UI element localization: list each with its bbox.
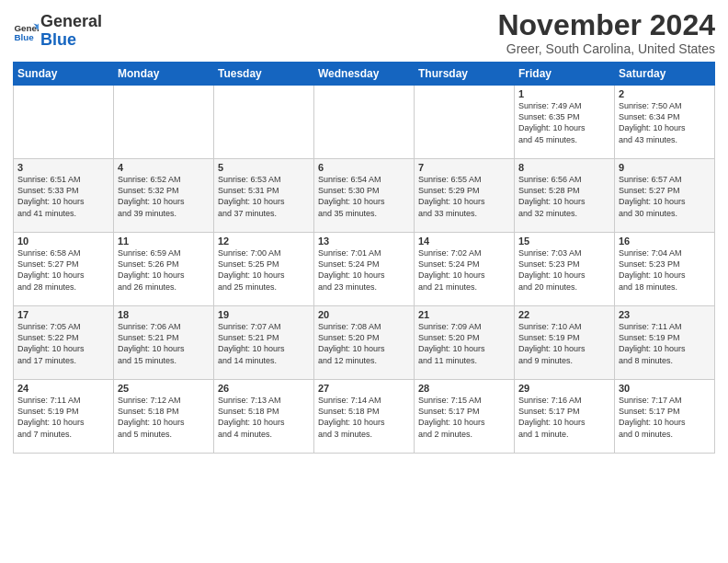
day-cell: 21Sunrise: 7:09 AM Sunset: 5:20 PM Dayli… [415,306,515,380]
day-number: 28 [418,383,510,394]
day-cell: 13Sunrise: 7:01 AM Sunset: 5:24 PM Dayli… [314,233,415,306]
day-cell: 9Sunrise: 6:57 AM Sunset: 5:27 PM Daylig… [615,159,715,233]
col-thursday: Thursday [415,63,515,86]
week-row-4: 17Sunrise: 7:05 AM Sunset: 5:22 PM Dayli… [14,306,715,380]
day-cell: 18Sunrise: 7:06 AM Sunset: 5:21 PM Dayli… [114,306,214,380]
week-row-5: 24Sunrise: 7:11 AM Sunset: 5:19 PM Dayli… [14,380,715,454]
day-cell: 5Sunrise: 6:53 AM Sunset: 5:31 PM Daylig… [214,159,314,233]
day-cell: 28Sunrise: 7:15 AM Sunset: 5:17 PM Dayli… [415,380,515,454]
day-number: 14 [418,236,510,247]
day-cell: 22Sunrise: 7:10 AM Sunset: 5:19 PM Dayli… [515,306,615,380]
col-monday: Monday [114,63,214,86]
day-info: Sunrise: 7:05 AM Sunset: 5:22 PM Dayligh… [17,321,109,366]
day-cell: 27Sunrise: 7:14 AM Sunset: 5:18 PM Dayli… [314,380,415,454]
month-title: November 2024 [497,9,715,41]
header: General Blue General Blue November 2024 … [13,9,715,56]
day-number: 15 [518,236,610,247]
day-info: Sunrise: 6:58 AM Sunset: 5:27 PM Dayligh… [17,247,109,293]
calendar-header-row: Sunday Monday Tuesday Wednesday Thursday… [14,63,715,86]
col-wednesday: Wednesday [314,63,415,86]
day-number: 16 [619,236,711,247]
day-info: Sunrise: 7:14 AM Sunset: 5:18 PM Dayligh… [318,395,410,440]
logo-text: General Blue [40,13,102,50]
col-tuesday: Tuesday [214,63,314,86]
day-number: 27 [318,383,410,394]
day-number: 24 [17,383,109,394]
day-cell: 23Sunrise: 7:11 AM Sunset: 5:19 PM Dayli… [615,306,715,380]
day-cell: 30Sunrise: 7:17 AM Sunset: 5:17 PM Dayli… [615,380,715,454]
day-info: Sunrise: 7:04 AM Sunset: 5:23 PM Dayligh… [619,247,711,293]
svg-text:Blue: Blue [14,32,34,42]
day-cell: 1Sunrise: 7:49 AM Sunset: 6:35 PM Daylig… [515,86,615,159]
day-number: 8 [518,162,610,173]
logo-blue: Blue [40,30,76,49]
day-info: Sunrise: 7:07 AM Sunset: 5:21 PM Dayligh… [218,321,310,366]
day-cell: 11Sunrise: 6:59 AM Sunset: 5:26 PM Dayli… [114,233,214,306]
day-number: 5 [218,162,310,173]
logo: General Blue General Blue [13,13,102,50]
day-info: Sunrise: 7:01 AM Sunset: 5:24 PM Dayligh… [318,247,410,293]
day-info: Sunrise: 7:17 AM Sunset: 5:17 PM Dayligh… [619,395,711,440]
day-info: Sunrise: 6:53 AM Sunset: 5:31 PM Dayligh… [218,174,310,219]
day-number: 19 [218,309,310,320]
week-row-1: 1Sunrise: 7:49 AM Sunset: 6:35 PM Daylig… [14,86,715,159]
day-number: 13 [318,236,410,247]
day-cell: 25Sunrise: 7:12 AM Sunset: 5:18 PM Dayli… [114,380,214,454]
logo-icon: General Blue [13,18,39,44]
col-saturday: Saturday [615,63,715,86]
day-info: Sunrise: 7:13 AM Sunset: 5:18 PM Dayligh… [218,395,310,440]
day-info: Sunrise: 6:55 AM Sunset: 5:29 PM Dayligh… [418,174,510,219]
day-number: 11 [118,236,210,247]
day-number: 1 [518,88,610,99]
day-info: Sunrise: 7:06 AM Sunset: 5:21 PM Dayligh… [118,321,210,366]
day-info: Sunrise: 7:00 AM Sunset: 5:25 PM Dayligh… [218,247,310,293]
day-cell: 19Sunrise: 7:07 AM Sunset: 5:21 PM Dayli… [214,306,314,380]
day-cell: 6Sunrise: 6:54 AM Sunset: 5:30 PM Daylig… [314,159,415,233]
day-info: Sunrise: 6:56 AM Sunset: 5:28 PM Dayligh… [518,174,610,219]
day-info: Sunrise: 7:08 AM Sunset: 5:20 PM Dayligh… [318,321,410,366]
day-number: 7 [418,162,510,173]
day-number: 6 [318,162,410,173]
col-friday: Friday [515,63,615,86]
day-info: Sunrise: 7:03 AM Sunset: 5:23 PM Dayligh… [518,247,610,293]
col-sunday: Sunday [14,63,114,86]
day-info: Sunrise: 7:50 AM Sunset: 6:34 PM Dayligh… [619,100,711,145]
day-number: 30 [619,383,711,394]
day-info: Sunrise: 6:54 AM Sunset: 5:30 PM Dayligh… [318,174,410,219]
day-number: 2 [619,88,711,99]
week-row-3: 10Sunrise: 6:58 AM Sunset: 5:27 PM Dayli… [14,233,715,306]
day-cell: 3Sunrise: 6:51 AM Sunset: 5:33 PM Daylig… [14,159,114,233]
day-number: 23 [619,309,711,320]
day-info: Sunrise: 6:51 AM Sunset: 5:33 PM Dayligh… [17,174,109,219]
day-cell: 15Sunrise: 7:03 AM Sunset: 5:23 PM Dayli… [515,233,615,306]
day-cell: 10Sunrise: 6:58 AM Sunset: 5:27 PM Dayli… [14,233,114,306]
day-cell: 29Sunrise: 7:16 AM Sunset: 5:17 PM Dayli… [515,380,615,454]
day-cell [114,86,214,159]
day-number: 20 [318,309,410,320]
day-cell: 4Sunrise: 6:52 AM Sunset: 5:32 PM Daylig… [114,159,214,233]
day-info: Sunrise: 7:15 AM Sunset: 5:17 PM Dayligh… [418,395,510,440]
location: Greer, South Carolina, United States [497,41,715,56]
day-number: 4 [118,162,210,173]
day-info: Sunrise: 6:52 AM Sunset: 5:32 PM Dayligh… [118,174,210,219]
day-cell: 12Sunrise: 7:00 AM Sunset: 5:25 PM Dayli… [214,233,314,306]
day-number: 10 [17,236,109,247]
title-block: November 2024 Greer, South Carolina, Uni… [497,9,715,56]
day-number: 22 [518,309,610,320]
calendar: Sunday Monday Tuesday Wednesday Thursday… [13,62,715,454]
day-info: Sunrise: 7:12 AM Sunset: 5:18 PM Dayligh… [118,395,210,440]
day-number: 9 [619,162,711,173]
day-number: 3 [17,162,109,173]
day-cell [415,86,515,159]
day-info: Sunrise: 7:09 AM Sunset: 5:20 PM Dayligh… [418,321,510,366]
day-number: 17 [17,309,109,320]
logo-general: General [40,12,102,30]
day-info: Sunrise: 7:11 AM Sunset: 5:19 PM Dayligh… [619,321,711,366]
day-info: Sunrise: 7:49 AM Sunset: 6:35 PM Dayligh… [518,100,610,145]
day-info: Sunrise: 6:57 AM Sunset: 5:27 PM Dayligh… [619,174,711,219]
page-container: General Blue General Blue November 2024 … [0,0,728,459]
day-number: 18 [118,309,210,320]
day-cell: 24Sunrise: 7:11 AM Sunset: 5:19 PM Dayli… [14,380,114,454]
week-row-2: 3Sunrise: 6:51 AM Sunset: 5:33 PM Daylig… [14,159,715,233]
day-cell: 20Sunrise: 7:08 AM Sunset: 5:20 PM Dayli… [314,306,415,380]
